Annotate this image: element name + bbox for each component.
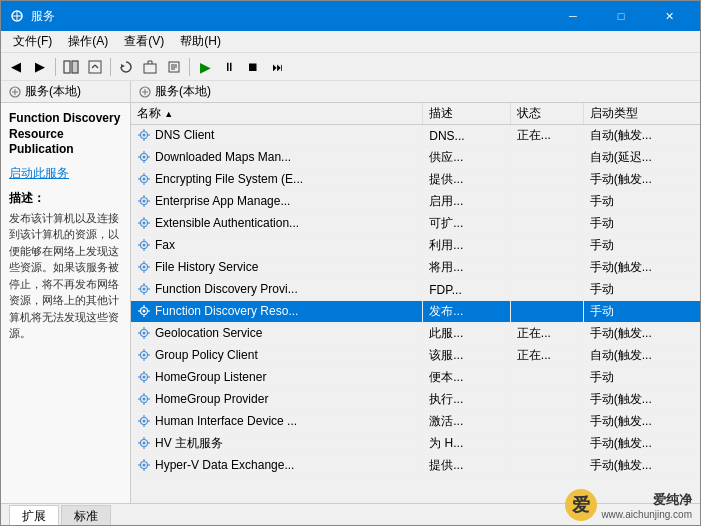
menu-bar: 文件(F) 操作(A) 查看(V) 帮助(H) bbox=[1, 31, 700, 53]
toolbar-sep-1 bbox=[55, 58, 56, 76]
left-panel: Function Discovery Resource Publication … bbox=[1, 103, 131, 503]
watermark: 爱 爱纯净 www.aichunjing.com bbox=[565, 489, 692, 521]
play-button[interactable]: ▶ bbox=[194, 56, 216, 78]
svg-point-54 bbox=[143, 243, 146, 246]
table-row[interactable]: Hyper-V Data Exchange...提供...手动(触发... bbox=[131, 455, 700, 477]
menu-action[interactable]: 操作(A) bbox=[60, 31, 116, 52]
svg-rect-3 bbox=[64, 61, 70, 73]
svg-rect-5 bbox=[89, 61, 101, 73]
svg-point-66 bbox=[143, 287, 146, 290]
services-local-icon bbox=[9, 86, 21, 98]
stop-button[interactable]: ⏹ bbox=[242, 56, 264, 78]
col-header-desc[interactable]: 描述 bbox=[423, 103, 511, 125]
svg-point-90 bbox=[143, 375, 146, 378]
svg-line-6 bbox=[92, 65, 95, 68]
left-panel-header: 服务(本地) bbox=[25, 83, 81, 100]
table-row[interactable]: HomeGroup Provider执行...手动(触发... bbox=[131, 389, 700, 411]
title-bar: 服务 ─ □ ✕ bbox=[1, 1, 700, 31]
table-row[interactable]: Function Discovery Provi...FDP...手动 bbox=[131, 279, 700, 301]
tab-standard[interactable]: 标准 bbox=[61, 505, 111, 526]
svg-point-102 bbox=[143, 419, 146, 422]
svg-point-108 bbox=[143, 441, 146, 444]
panel-header-row: 服务(本地) 服务(本地) bbox=[1, 81, 700, 103]
right-panel: 名称 ▲ 描述 状态 启动类型 DNS ClientDNS...正在...自动(… bbox=[131, 103, 700, 503]
svg-line-7 bbox=[95, 65, 98, 68]
table-row[interactable]: Fax利用...手动 bbox=[131, 235, 700, 257]
show-hide-button[interactable] bbox=[60, 56, 82, 78]
svg-point-36 bbox=[143, 177, 146, 180]
svg-marker-8 bbox=[121, 64, 125, 68]
export-button[interactable] bbox=[139, 56, 161, 78]
svg-point-114 bbox=[143, 463, 146, 466]
table-row[interactable]: Function Discovery Reso...发布...手动 bbox=[131, 301, 700, 323]
close-button[interactable]: ✕ bbox=[646, 1, 692, 31]
table-row[interactable]: Geolocation Service此服...正在...手动(触发... bbox=[131, 323, 700, 345]
svg-rect-9 bbox=[144, 64, 156, 73]
window-controls: ─ □ ✕ bbox=[550, 1, 692, 31]
table-header-row: 名称 ▲ 描述 状态 启动类型 bbox=[131, 103, 700, 125]
svg-point-72 bbox=[143, 309, 146, 312]
svg-point-30 bbox=[143, 155, 146, 158]
table-row[interactable]: HV 主机服务为 H...手动(触发... bbox=[131, 433, 700, 455]
table-row[interactable]: Group Policy Client该服...正在...自动(触发... bbox=[131, 345, 700, 367]
svg-point-84 bbox=[143, 353, 146, 356]
table-row[interactable]: Extensible Authentication...可扩...手动 bbox=[131, 213, 700, 235]
menu-file[interactable]: 文件(F) bbox=[5, 31, 60, 52]
svg-point-24 bbox=[143, 133, 146, 136]
menu-view[interactable]: 查看(V) bbox=[116, 31, 172, 52]
table-row[interactable]: Human Interface Device ...激活...手动(触发... bbox=[131, 411, 700, 433]
menu-help[interactable]: 帮助(H) bbox=[172, 31, 229, 52]
table-row[interactable]: Enterprise App Manage...启用...手动 bbox=[131, 191, 700, 213]
window-title: 服务 bbox=[31, 8, 55, 25]
table-row[interactable]: Downloaded Maps Man...供应...自动(延迟... bbox=[131, 147, 700, 169]
svg-point-78 bbox=[143, 331, 146, 334]
watermark-logo: 爱 bbox=[565, 489, 597, 521]
tab-extended[interactable]: 扩展 bbox=[9, 505, 59, 526]
forward-button[interactable]: ▶ bbox=[29, 56, 51, 78]
maximize-button[interactable]: □ bbox=[598, 1, 644, 31]
right-panel-header: 服务(本地) bbox=[155, 83, 211, 100]
services-right-icon bbox=[139, 86, 151, 98]
back-button[interactable]: ◀ bbox=[5, 56, 27, 78]
table-row[interactable]: Encrypting File System (E...提供...手动(触发..… bbox=[131, 169, 700, 191]
table-row[interactable]: HomeGroup Listener便本...手动 bbox=[131, 367, 700, 389]
pause-button[interactable]: ⏸ bbox=[218, 56, 240, 78]
table-row[interactable]: DNS ClientDNS...正在...自动(触发... bbox=[131, 125, 700, 147]
svg-point-48 bbox=[143, 221, 146, 224]
toolbar-sep-2 bbox=[110, 58, 111, 76]
properties-button[interactable] bbox=[163, 56, 185, 78]
restart-button[interactable]: ⏭ bbox=[266, 56, 288, 78]
desc-label: 描述： bbox=[9, 192, 45, 204]
toolbar: ◀ ▶ ▶ ⏸ ⏹ ⏭ bbox=[1, 53, 700, 81]
col-header-status[interactable]: 状态 bbox=[510, 103, 583, 125]
col-header-start[interactable]: 启动类型 bbox=[583, 103, 700, 125]
service-description: 发布该计算机以及连接到该计算机的资源，以便能够在网络上发现这些资源。如果该服务被… bbox=[9, 210, 122, 342]
svg-point-42 bbox=[143, 199, 146, 202]
window-icon bbox=[9, 8, 25, 24]
start-service-link[interactable]: 启动此服务 bbox=[9, 166, 69, 181]
selected-service-name: Function Discovery Resource Publication bbox=[9, 111, 122, 158]
services-table: 名称 ▲ 描述 状态 启动类型 DNS ClientDNS...正在...自动(… bbox=[131, 103, 700, 503]
col-header-name[interactable]: 名称 ▲ bbox=[131, 103, 423, 125]
svg-point-60 bbox=[143, 265, 146, 268]
svg-point-96 bbox=[143, 397, 146, 400]
table-row[interactable]: File History Service将用...手动(触发... bbox=[131, 257, 700, 279]
up-button[interactable] bbox=[84, 56, 106, 78]
toolbar-sep-3 bbox=[189, 58, 190, 76]
minimize-button[interactable]: ─ bbox=[550, 1, 596, 31]
watermark-text: 爱纯净 www.aichunjing.com bbox=[601, 491, 692, 520]
svg-rect-4 bbox=[72, 61, 78, 73]
refresh-button[interactable] bbox=[115, 56, 137, 78]
